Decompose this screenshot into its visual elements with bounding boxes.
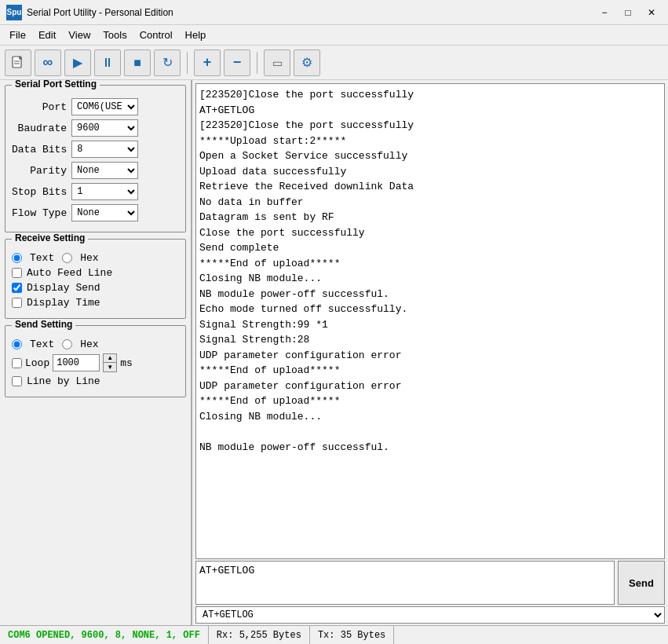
displaysend-label: Display Send	[27, 282, 100, 294]
autofeedline-checkbox[interactable]	[12, 268, 22, 278]
flowtype-row: Flow Type None RTS/CTS XON/XOFF	[12, 204, 179, 221]
menu-control[interactable]: Control	[133, 27, 179, 42]
left-panel: Serial Port Setting Port COM6(USE Baudra…	[0, 80, 192, 625]
rx-status: Rx: 5,255 Bytes	[209, 626, 310, 644]
input-box-row: AT+GETLOG Send	[195, 561, 665, 605]
close-button[interactable]: ✕	[641, 5, 662, 20]
autofeedline-row: Auto Feed Line	[12, 267, 179, 279]
receive-format-row: Text Hex	[12, 252, 179, 264]
stopbits-row: Stop Bits 1 1.5 2	[12, 183, 179, 200]
settings-button[interactable]: ⚙	[294, 49, 320, 76]
loop-down-button[interactable]: ▼	[104, 363, 116, 371]
send-hex-radio[interactable]	[62, 339, 72, 349]
remove-button[interactable]: −	[224, 49, 250, 76]
linebyline-label: Line by Line	[27, 375, 100, 387]
port-label: Port	[12, 101, 67, 113]
displaytime-row: Display Time	[12, 297, 179, 309]
toolbar-separator-1	[187, 52, 188, 74]
loop-checkbox[interactable]	[12, 358, 22, 368]
loop-row: Loop ▲ ▼ ms	[12, 353, 179, 372]
flowtype-select[interactable]: None RTS/CTS XON/XOFF	[71, 204, 138, 221]
linebyline-row: Line by Line	[12, 375, 179, 387]
output-area[interactable]: [223520]Close the port successfully AT+G…	[195, 83, 665, 559]
play-button[interactable]: ▶	[64, 49, 91, 76]
send-text-radio[interactable]	[12, 339, 22, 349]
menu-tools[interactable]: Tools	[97, 27, 133, 42]
right-panel: [223520]Close the port successfully AT+G…	[192, 80, 668, 625]
stopbits-label: Stop Bits	[12, 186, 67, 198]
displaytime-checkbox[interactable]	[12, 298, 22, 308]
window-controls: − □ ✕	[594, 5, 662, 20]
send-button[interactable]: Send	[618, 561, 665, 605]
baudrate-label: Baudrate	[12, 123, 67, 134]
loop-unit: ms	[120, 357, 133, 369]
app-icon: Spu	[6, 5, 22, 20]
rx-label: Rx:	[217, 630, 234, 641]
receive-text-radio[interactable]	[12, 253, 22, 263]
send-hex-label: Hex	[80, 338, 98, 350]
receive-hex-label: Hex	[80, 252, 98, 264]
serial-port-setting-group: Serial Port Setting Port COM6(USE Baudra…	[5, 85, 186, 232]
displaytime-label: Display Time	[27, 297, 100, 309]
loop-button[interactable]: ∞	[35, 49, 61, 76]
parity-row: Parity None Even Odd	[12, 162, 179, 179]
send-format-row: Text Hex	[12, 338, 179, 350]
refresh-button[interactable]: ↻	[154, 49, 181, 76]
flowtype-label: Flow Type	[12, 207, 67, 219]
pause-button[interactable]: ⏸	[94, 49, 121, 76]
rx-value: 5,255 Bytes	[239, 630, 301, 641]
maximize-button[interactable]: □	[618, 5, 638, 20]
loop-label: Loop	[25, 357, 49, 369]
port-select[interactable]: COM6(USE	[71, 98, 138, 115]
receive-hex-radio[interactable]	[62, 253, 72, 263]
input-area: AT+GETLOG Send AT+GETLOG	[195, 561, 665, 624]
send-text-label: Text	[30, 338, 54, 350]
port-row: Port COM6(USE	[12, 98, 179, 115]
menu-file[interactable]: File	[3, 27, 32, 42]
send-setting-group: Send Setting Text Hex Loop ▲ ▼ ms	[5, 325, 186, 397]
add-button[interactable]: +	[194, 49, 221, 76]
titlebar: Spu Serial Port Utility - Personal Editi…	[0, 0, 668, 25]
connection-status: COM6 OPENED, 9600, 8, NONE, 1, OFF	[0, 626, 209, 644]
send-setting-label: Send Setting	[12, 319, 75, 330]
displaysend-checkbox[interactable]	[12, 283, 22, 293]
receive-setting-label: Receive Setting	[12, 232, 88, 243]
menu-view[interactable]: View	[62, 27, 97, 42]
baudrate-select[interactable]: 9600 115200	[71, 119, 138, 137]
history-dropdown[interactable]: AT+GETLOG	[195, 606, 665, 624]
databits-label: Data Bits	[12, 144, 67, 156]
menu-help[interactable]: Help	[179, 27, 213, 42]
main-content: Serial Port Setting Port COM6(USE Baudra…	[0, 80, 668, 625]
tx-value: 35 Bytes	[341, 630, 386, 641]
tx-status: Tx: 35 Bytes	[310, 626, 394, 644]
menubar: File Edit View Tools Control Help	[0, 25, 668, 46]
minimize-button[interactable]: −	[594, 5, 615, 20]
loop-up-button[interactable]: ▲	[104, 354, 116, 363]
window-button[interactable]: ▭	[264, 49, 290, 76]
parity-label: Parity	[12, 165, 67, 177]
input-text[interactable]: AT+GETLOG	[195, 561, 615, 605]
parity-select[interactable]: None Even Odd	[71, 162, 138, 179]
receive-text-label: Text	[30, 252, 54, 264]
databits-row: Data Bits 8 7	[12, 141, 179, 158]
loop-spinner: ▲ ▼	[103, 353, 117, 372]
new-doc-button[interactable]	[5, 49, 31, 76]
loop-value-input[interactable]	[53, 354, 100, 371]
toolbar: ∞ ▶ ⏸ ■ ↻ + − ▭ ⚙	[0, 46, 668, 80]
title-text: Serial Port Utility - Personal Edition	[27, 7, 594, 18]
displaysend-row: Display Send	[12, 282, 179, 294]
autofeedline-label: Auto Feed Line	[27, 267, 112, 279]
linebyline-checkbox[interactable]	[12, 376, 22, 386]
stop-button[interactable]: ■	[124, 49, 151, 76]
statusbar: COM6 OPENED, 9600, 8, NONE, 1, OFF Rx: 5…	[0, 625, 668, 644]
receive-setting-group: Receive Setting Text Hex Auto Feed Line …	[5, 239, 186, 319]
stopbits-select[interactable]: 1 1.5 2	[71, 183, 138, 200]
toolbar-separator-2	[257, 52, 257, 74]
baudrate-row: Baudrate 9600 115200	[12, 119, 179, 137]
tx-label: Tx:	[318, 630, 335, 641]
menu-edit[interactable]: Edit	[32, 27, 62, 42]
serial-port-setting-label: Serial Port Setting	[12, 80, 100, 90]
databits-select[interactable]: 8 7	[71, 141, 138, 158]
